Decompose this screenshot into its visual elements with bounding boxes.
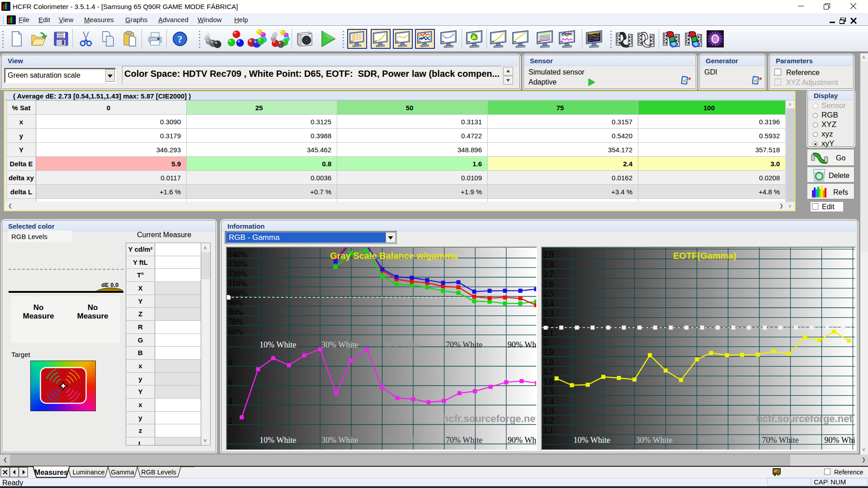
svg-text:Measures: Measures [34, 469, 68, 476]
svg-text:100%: 100% [228, 289, 247, 298]
svg-text:RGB Levels: RGB Levels [141, 469, 176, 476]
svg-text:2.7: 2.7 [543, 270, 554, 279]
svg-text:1.5: 1.5 [543, 387, 554, 396]
svg-text:2.5: 2.5 [543, 289, 554, 298]
svg-text:70%: 70% [228, 318, 243, 327]
svg-text:70% White: 70% White [762, 436, 799, 445]
svg-text:50% White: 50% White [383, 436, 420, 445]
svg-text:hcfr.sourceforge.net: hcfr.sourceforge.net [756, 413, 853, 424]
svg-text:1.1: 1.1 [543, 426, 554, 435]
svg-text:10% White: 10% White [259, 340, 296, 349]
svg-text:90%: 90% [228, 299, 243, 308]
svg-text:30% White: 30% White [636, 436, 673, 445]
svg-text:8: 8 [228, 358, 232, 367]
svg-text:30% White: 30% White [321, 340, 358, 349]
svg-text:140%: 140% [228, 250, 247, 259]
svg-text:30% White: 30% White [321, 436, 358, 445]
svg-text:Gray Scale Balance w/gamma: Gray Scale Balance w/gamma [330, 251, 458, 261]
svg-text:1.6: 1.6 [543, 377, 554, 386]
svg-text:1.2: 1.2 [543, 416, 554, 425]
svg-text:90% Whi: 90% Whi [508, 436, 536, 445]
svg-text:50% White: 50% White [699, 436, 736, 445]
svg-text:Gamma: Gamma [111, 469, 135, 476]
svg-text:60%: 60% [228, 328, 243, 337]
svg-text:1.8: 1.8 [543, 358, 554, 367]
svg-text:?: ? [178, 33, 183, 45]
svg-text:50% White: 50% White [383, 340, 420, 349]
svg-text:Luminance: Luminance [73, 469, 105, 476]
svg-text:70% White: 70% White [446, 436, 482, 445]
svg-text:110%: 110% [228, 279, 247, 288]
svg-text:1.9: 1.9 [543, 348, 554, 357]
svg-text:1.4: 1.4 [543, 397, 554, 406]
svg-text:130%: 130% [228, 260, 247, 269]
svg-text:10% White: 10% White [574, 436, 610, 445]
svg-text:2.8: 2.8 [543, 260, 554, 269]
svg-text:2.9: 2.9 [543, 250, 554, 259]
svg-text:2.3: 2.3 [543, 309, 554, 318]
svg-text:70% White: 70% White [446, 340, 482, 349]
svg-text:4: 4 [228, 397, 232, 406]
svg-text:2.6: 2.6 [543, 280, 554, 289]
svg-text:2: 2 [543, 338, 547, 347]
svg-text:90% Whi: 90% Whi [825, 436, 855, 445]
svg-text:hcfr.sourceforge.net: hcfr.sourceforge.net [443, 413, 536, 424]
svg-text:2.2: 2.2 [543, 319, 554, 328]
svg-text:80%: 80% [228, 308, 243, 317]
svg-text:EOTF(Gamma): EOTF(Gamma) [673, 251, 736, 261]
svg-text:2: 2 [228, 417, 232, 426]
svg-text:1.7: 1.7 [543, 367, 554, 376]
svg-text:6: 6 [228, 377, 232, 386]
svg-text:10% White: 10% White [259, 436, 296, 445]
svg-text:90% Whi: 90% Whi [508, 340, 536, 349]
svg-text:2.4: 2.4 [543, 299, 554, 308]
svg-text:120%: 120% [228, 270, 247, 279]
svg-text:1.3: 1.3 [543, 407, 554, 416]
svg-text:2.1: 2.1 [543, 328, 554, 338]
